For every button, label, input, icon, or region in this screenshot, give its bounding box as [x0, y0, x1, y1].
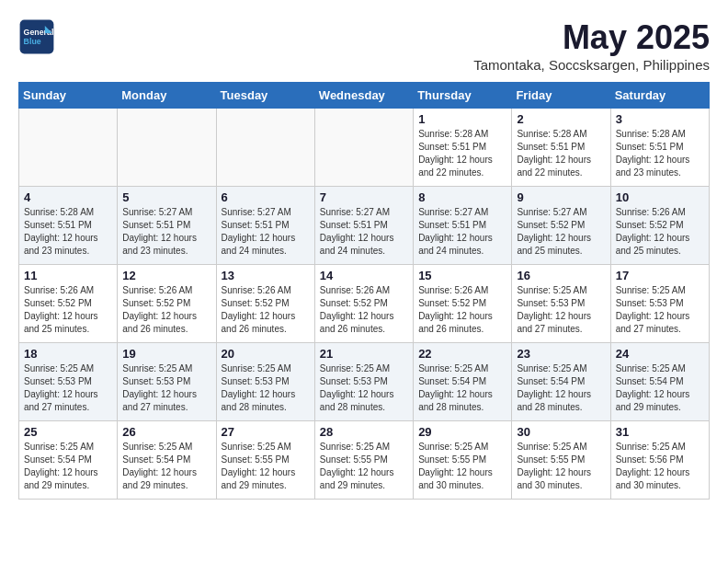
day-number: 25	[24, 425, 112, 439]
day-info: Sunrise: 5:27 AM Sunset: 5:51 PM Dayligh…	[418, 206, 506, 258]
day-info: Sunrise: 5:25 AM Sunset: 5:53 PM Dayligh…	[24, 362, 112, 414]
weekday-header-tuesday: Tuesday	[216, 83, 314, 109]
day-number: 20	[222, 347, 310, 361]
day-info: Sunrise: 5:25 AM Sunset: 5:54 PM Dayligh…	[24, 441, 112, 492]
day-number: 18	[24, 347, 112, 361]
day-number: 28	[320, 425, 408, 439]
weekday-header-row: SundayMondayTuesdayWednesdayThursdayFrid…	[19, 83, 710, 109]
day-info: Sunrise: 5:28 AM Sunset: 5:51 PM Dayligh…	[616, 128, 704, 179]
day-info: Sunrise: 5:25 AM Sunset: 5:53 PM Dayligh…	[320, 362, 408, 414]
day-number: 10	[616, 190, 704, 204]
day-number: 26	[122, 425, 210, 439]
calendar-cell: 18Sunrise: 5:25 AM Sunset: 5:53 PM Dayli…	[19, 343, 118, 421]
weekday-header-monday: Monday	[118, 83, 216, 109]
day-info: Sunrise: 5:25 AM Sunset: 5:53 PM Dayligh…	[517, 284, 605, 336]
calendar-cell: 13Sunrise: 5:26 AM Sunset: 5:52 PM Dayli…	[216, 265, 314, 343]
calendar-cell: 11Sunrise: 5:26 AM Sunset: 5:52 PM Dayli…	[19, 265, 118, 343]
day-info: Sunrise: 5:25 AM Sunset: 5:54 PM Dayligh…	[517, 362, 605, 414]
day-number: 19	[122, 347, 210, 361]
day-number: 23	[517, 347, 605, 361]
day-info: Sunrise: 5:25 AM Sunset: 5:53 PM Dayligh…	[616, 284, 704, 336]
day-info: Sunrise: 5:27 AM Sunset: 5:51 PM Dayligh…	[222, 206, 310, 258]
page-header: General Blue May 2025 Tamontaka, Soccsks…	[18, 18, 710, 73]
calendar-cell: 1Sunrise: 5:28 AM Sunset: 5:51 PM Daylig…	[414, 109, 512, 187]
day-info: Sunrise: 5:25 AM Sunset: 5:55 PM Dayligh…	[418, 441, 506, 492]
day-number: 7	[320, 190, 408, 204]
day-info: Sunrise: 5:25 AM Sunset: 5:53 PM Dayligh…	[222, 362, 310, 414]
calendar-cell: 8Sunrise: 5:27 AM Sunset: 5:51 PM Daylig…	[414, 187, 512, 265]
calendar-cell: 24Sunrise: 5:25 AM Sunset: 5:54 PM Dayli…	[610, 343, 709, 421]
day-number: 15	[418, 269, 506, 282]
week-row-2: 4Sunrise: 5:28 AM Sunset: 5:51 PM Daylig…	[19, 187, 710, 265]
month-title: May 2025	[473, 18, 710, 57]
calendar-cell: 7Sunrise: 5:27 AM Sunset: 5:51 PM Daylig…	[314, 187, 413, 265]
day-number: 6	[222, 190, 310, 204]
calendar-cell: 21Sunrise: 5:25 AM Sunset: 5:53 PM Dayli…	[314, 343, 413, 421]
day-number: 1	[418, 112, 506, 126]
calendar-cell: 17Sunrise: 5:25 AM Sunset: 5:53 PM Dayli…	[610, 265, 709, 343]
calendar-cell: 20Sunrise: 5:25 AM Sunset: 5:53 PM Dayli…	[216, 343, 314, 421]
day-info: Sunrise: 5:25 AM Sunset: 5:53 PM Dayligh…	[122, 362, 210, 414]
day-number: 5	[122, 190, 210, 204]
day-info: Sunrise: 5:28 AM Sunset: 5:51 PM Dayligh…	[24, 206, 112, 258]
calendar-cell	[19, 109, 118, 187]
week-row-4: 18Sunrise: 5:25 AM Sunset: 5:53 PM Dayli…	[19, 343, 710, 421]
day-number: 9	[517, 190, 605, 204]
day-number: 3	[616, 112, 704, 126]
day-number: 30	[517, 425, 605, 439]
day-info: Sunrise: 5:26 AM Sunset: 5:52 PM Dayligh…	[320, 284, 408, 336]
calendar-cell: 26Sunrise: 5:25 AM Sunset: 5:54 PM Dayli…	[118, 421, 216, 500]
calendar-cell: 2Sunrise: 5:28 AM Sunset: 5:51 PM Daylig…	[512, 109, 610, 187]
day-info: Sunrise: 5:26 AM Sunset: 5:52 PM Dayligh…	[222, 284, 310, 336]
calendar-cell: 12Sunrise: 5:26 AM Sunset: 5:52 PM Dayli…	[118, 265, 216, 343]
calendar-cell: 6Sunrise: 5:27 AM Sunset: 5:51 PM Daylig…	[216, 187, 314, 265]
logo-icon: General Blue	[18, 18, 55, 55]
day-number: 16	[517, 269, 605, 282]
day-number: 12	[122, 269, 210, 282]
day-number: 21	[320, 347, 408, 361]
calendar-table: SundayMondayTuesdayWednesdayThursdayFrid…	[18, 82, 710, 500]
day-info: Sunrise: 5:25 AM Sunset: 5:56 PM Dayligh…	[616, 441, 704, 492]
calendar-cell: 22Sunrise: 5:25 AM Sunset: 5:54 PM Dayli…	[414, 343, 512, 421]
calendar-cell: 23Sunrise: 5:25 AM Sunset: 5:54 PM Dayli…	[512, 343, 610, 421]
calendar-cell: 29Sunrise: 5:25 AM Sunset: 5:55 PM Dayli…	[414, 421, 512, 500]
weekday-header-sunday: Sunday	[19, 83, 118, 109]
day-number: 31	[616, 425, 704, 439]
calendar-cell: 14Sunrise: 5:26 AM Sunset: 5:52 PM Dayli…	[314, 265, 413, 343]
day-info: Sunrise: 5:26 AM Sunset: 5:52 PM Dayligh…	[616, 206, 704, 258]
day-info: Sunrise: 5:27 AM Sunset: 5:52 PM Dayligh…	[517, 206, 605, 258]
calendar-cell	[314, 109, 413, 187]
day-number: 22	[418, 347, 506, 361]
calendar-cell	[216, 109, 314, 187]
day-info: Sunrise: 5:28 AM Sunset: 5:51 PM Dayligh…	[418, 128, 506, 179]
svg-text:Blue: Blue	[24, 37, 41, 46]
calendar-cell: 9Sunrise: 5:27 AM Sunset: 5:52 PM Daylig…	[512, 187, 610, 265]
weekday-header-thursday: Thursday	[414, 83, 512, 109]
calendar-cell: 16Sunrise: 5:25 AM Sunset: 5:53 PM Dayli…	[512, 265, 610, 343]
day-number: 24	[616, 347, 704, 361]
day-info: Sunrise: 5:25 AM Sunset: 5:54 PM Dayligh…	[418, 362, 506, 414]
calendar-cell: 5Sunrise: 5:27 AM Sunset: 5:51 PM Daylig…	[118, 187, 216, 265]
calendar-cell: 4Sunrise: 5:28 AM Sunset: 5:51 PM Daylig…	[19, 187, 118, 265]
day-info: Sunrise: 5:26 AM Sunset: 5:52 PM Dayligh…	[122, 284, 210, 336]
logo: General Blue	[18, 18, 55, 55]
week-row-3: 11Sunrise: 5:26 AM Sunset: 5:52 PM Dayli…	[19, 265, 710, 343]
day-info: Sunrise: 5:25 AM Sunset: 5:54 PM Dayligh…	[616, 362, 704, 414]
day-number: 2	[517, 112, 605, 126]
day-number: 4	[24, 190, 112, 204]
day-number: 13	[222, 269, 310, 282]
weekday-header-saturday: Saturday	[610, 83, 709, 109]
calendar-cell: 19Sunrise: 5:25 AM Sunset: 5:53 PM Dayli…	[118, 343, 216, 421]
calendar-cell: 25Sunrise: 5:25 AM Sunset: 5:54 PM Dayli…	[19, 421, 118, 500]
day-info: Sunrise: 5:26 AM Sunset: 5:52 PM Dayligh…	[418, 284, 506, 336]
calendar-cell	[118, 109, 216, 187]
calendar-cell: 31Sunrise: 5:25 AM Sunset: 5:56 PM Dayli…	[610, 421, 709, 500]
weekday-header-friday: Friday	[512, 83, 610, 109]
day-info: Sunrise: 5:25 AM Sunset: 5:55 PM Dayligh…	[320, 441, 408, 492]
day-number: 11	[24, 269, 112, 282]
calendar-cell: 28Sunrise: 5:25 AM Sunset: 5:55 PM Dayli…	[314, 421, 413, 500]
day-info: Sunrise: 5:25 AM Sunset: 5:55 PM Dayligh…	[222, 441, 310, 492]
day-info: Sunrise: 5:27 AM Sunset: 5:51 PM Dayligh…	[320, 206, 408, 258]
title-block: May 2025 Tamontaka, Soccsksargen, Philip…	[473, 18, 710, 73]
day-info: Sunrise: 5:26 AM Sunset: 5:52 PM Dayligh…	[24, 284, 112, 336]
